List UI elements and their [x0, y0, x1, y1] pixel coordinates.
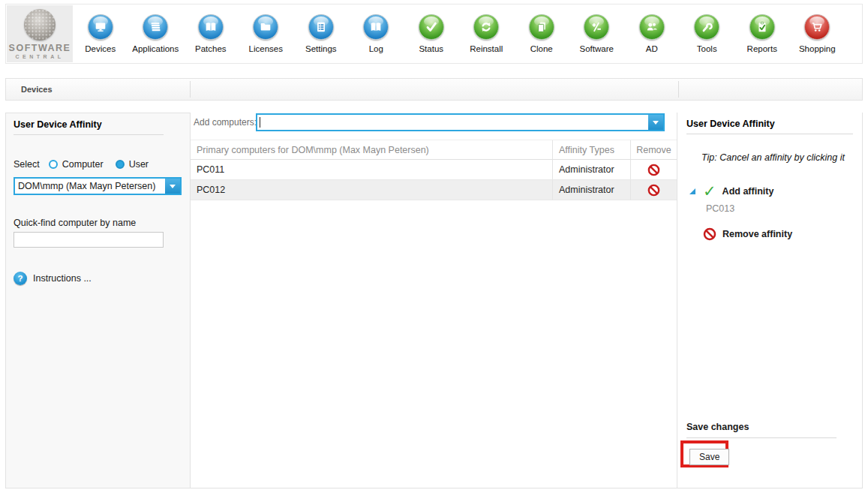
user-radio[interactable] — [116, 160, 125, 169]
table-header-row: Primary computers for DOM\mmp (Max Mayn … — [191, 140, 677, 160]
toolbar-item-label: Status — [419, 44, 443, 53]
save-changes-label: Save changes — [686, 422, 749, 432]
primary-computers-panel: Add computers: Primary computers for DOM… — [191, 113, 677, 488]
stack-icon — [143, 14, 168, 40]
toolbar-item-reinstall[interactable]: Reinstall — [459, 14, 515, 53]
toolbar-item-label: Applications — [132, 44, 179, 53]
check-icon — [419, 14, 444, 40]
plus-minus-icon — [584, 14, 609, 40]
toolbar-item-ad[interactable]: AD — [624, 14, 680, 53]
toolbar-item-patches[interactable]: Patches — [183, 14, 239, 53]
softwarecentral-logo: SOFTWARE CENTRAL — [7, 5, 73, 62]
column-header-remove: Remove — [630, 140, 677, 159]
divider — [14, 134, 164, 135]
left-panel-user-device-affinity: User Device Affinity Select Computer Use… — [5, 113, 191, 488]
add-affinity-node[interactable]: ✓ Add affinity — [689, 185, 862, 197]
instructions-link[interactable]: ? Instructions ... — [14, 272, 182, 285]
add-affinity-label: Add affinity — [722, 186, 774, 197]
report-icon — [749, 14, 775, 40]
toolbar-item-devices[interactable]: Devices — [73, 14, 128, 53]
text-caret — [260, 117, 260, 128]
chevron-down-icon[interactable] — [648, 115, 663, 130]
toolbar-item-shopping[interactable]: Shopping — [790, 14, 845, 53]
affinity-type-cell: Administrator — [552, 160, 630, 179]
toolbar-item-label: Tools — [697, 44, 717, 53]
tip-text: Tip: Cancel an affinity by clicking it — [701, 152, 856, 163]
add-computers-combobox[interactable] — [256, 113, 665, 131]
toolbar-item-label: Licenses — [249, 44, 283, 53]
remove-affinity-node[interactable]: Remove affinity — [703, 227, 862, 241]
book-icon — [363, 14, 389, 40]
toolbar-item-settings[interactable]: Settings — [293, 14, 349, 53]
remove-affinity-label: Remove affinity — [722, 229, 792, 239]
toolbar-item-label: Log — [369, 44, 383, 53]
no-entry-icon[interactable] — [647, 184, 660, 197]
wrench-icon — [694, 14, 719, 40]
table-row[interactable]: PC011 Administrator — [191, 160, 677, 180]
chevron-down-icon[interactable] — [165, 179, 180, 194]
book-icon — [198, 14, 224, 40]
logo-subtext: CENTRAL — [16, 54, 65, 59]
toolbar-item-software[interactable]: Software — [569, 14, 625, 53]
column-header-primary-computers: Primary computers for DOM\mmp (Max Mayn … — [191, 145, 552, 155]
table-row[interactable]: PC012 Administrator — [191, 180, 677, 200]
toolbar-item-licenses[interactable]: Licenses — [239, 14, 294, 53]
no-entry-icon — [703, 227, 716, 241]
quick-find-input[interactable] — [14, 232, 164, 248]
tree-expander-icon[interactable] — [689, 188, 695, 194]
green-check-icon: ✓ — [703, 185, 716, 197]
toolbar-item-log[interactable]: Log — [349, 14, 404, 53]
divider — [686, 134, 853, 134]
user-select-dropdown[interactable]: DOM\mmp (Max Mayn Petersen) — [14, 177, 182, 195]
logo-sphere-icon — [24, 9, 56, 41]
no-entry-icon[interactable] — [647, 164, 660, 176]
copy-icon — [529, 14, 554, 40]
breadcrumb-divider — [190, 81, 191, 98]
user-select-value: DOM\mmp (Max Mayn Petersen) — [18, 179, 164, 194]
toolbar-item-label: AD — [646, 44, 658, 53]
primary-computers-table: Primary computers for DOM\mmp (Max Mayn … — [191, 140, 677, 200]
select-label: Select — [14, 159, 40, 170]
refresh-icon — [473, 14, 499, 40]
user-radio-label[interactable]: User — [129, 159, 149, 170]
computer-name-cell: PC011 — [191, 164, 552, 175]
save-button[interactable]: Save — [689, 449, 729, 465]
page-title: User Device Affinity — [14, 119, 182, 130]
divider — [686, 437, 836, 438]
computer-radio[interactable] — [49, 160, 58, 169]
toolbar-item-label: Patches — [195, 44, 227, 53]
checklist-icon — [308, 14, 334, 40]
toolbar-item-status[interactable]: Status — [404, 14, 459, 53]
toolbar-item-clone[interactable]: Clone — [514, 14, 569, 53]
instructions-label: Instructions ... — [33, 273, 92, 284]
toolbar-item-tools[interactable]: Tools — [680, 14, 735, 53]
toolbar-item-label: Shopping — [799, 44, 836, 53]
toolbar-item-label: Reinstall — [470, 44, 503, 53]
computer-radio-label[interactable]: Computer — [62, 159, 104, 170]
toolbar-item-reports[interactable]: Reports — [734, 14, 790, 53]
monitor-icon — [88, 14, 113, 40]
toolbar-item-label: Clone — [530, 44, 553, 53]
add-computers-row: Add computers: — [191, 113, 677, 135]
cart-icon — [804, 14, 830, 40]
computer-name-cell: PC012 — [191, 185, 552, 195]
affinity-type-cell: Administrator — [552, 180, 630, 200]
toolbar-item-label: Software — [580, 44, 614, 53]
quick-find-label: Quick-find computer by name — [14, 218, 182, 228]
toolbar-item-applications[interactable]: Applications — [128, 14, 184, 53]
breadcrumb-divider — [678, 81, 679, 98]
toolbar-item-label: Devices — [85, 44, 116, 53]
help-icon: ? — [14, 272, 27, 285]
toolbar-item-label: Reports — [747, 44, 777, 53]
breadcrumb[interactable]: Devices — [21, 79, 53, 100]
breadcrumb-bar: Devices — [5, 78, 863, 101]
logo-text: SOFTWARE — [9, 43, 71, 53]
pending-computer-item[interactable]: PC013 — [706, 203, 862, 214]
main-toolbar: SOFTWARE CENTRAL Devices Applications Pa… — [5, 4, 863, 64]
panel-title: User Device Affinity — [686, 119, 854, 129]
right-panel-user-device-affinity: User Device Affinity Tip: Cancel an affi… — [677, 113, 863, 488]
users-icon — [639, 14, 665, 40]
toolbar-item-label: Settings — [305, 44, 337, 53]
folder-icon — [253, 14, 278, 40]
column-header-affinity-types: Affinity Types — [552, 140, 630, 159]
